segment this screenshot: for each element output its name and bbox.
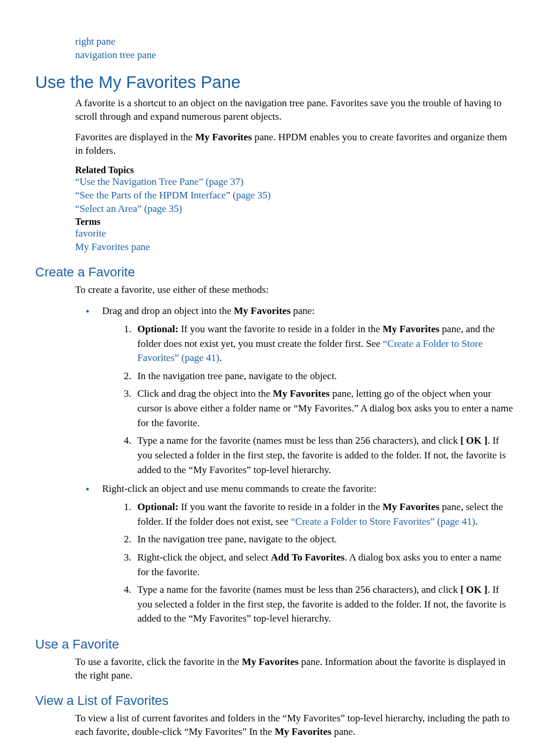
label-terms: Terms bbox=[75, 217, 100, 227]
bold-ok: [ OK ] bbox=[460, 584, 487, 595]
bold-my-favorites: My Favorites bbox=[383, 501, 440, 512]
text: Type a name for the favorite (names must… bbox=[137, 584, 460, 595]
bold-add-to-favorites: Add To Favorites bbox=[271, 552, 345, 563]
bold-optional: Optional: bbox=[137, 501, 178, 512]
text: Right-click the object, and select bbox=[137, 552, 271, 563]
step-optional-create-folder: Optional: If you want the favorite to re… bbox=[134, 322, 513, 366]
text: To use a favorite, click the favorite in… bbox=[75, 656, 242, 667]
bold-my-favorites: My Favorites bbox=[242, 656, 299, 667]
paragraph-use-favorite: To use a favorite, click the favorite in… bbox=[75, 656, 513, 683]
term-favorite[interactable]: favorite bbox=[75, 227, 513, 241]
paragraph-view-list-a: To view a list of current favorites and … bbox=[75, 712, 513, 739]
link-see-parts-hpdm-interface[interactable]: “See the Parts of the HPDM Interface” (p… bbox=[75, 189, 513, 202]
step-add-to-favorites: Right-click the object, and select Add T… bbox=[134, 551, 513, 579]
heading-create-a-favorite: Create a Favorite bbox=[35, 265, 513, 280]
step-type-name-ok-2: Type a name for the favorite (names must… bbox=[134, 583, 513, 626]
bold-my-favorites: My Favorites bbox=[275, 726, 332, 737]
text: pane: bbox=[291, 305, 315, 316]
text: Right-click an object and use menu comma… bbox=[102, 483, 376, 494]
bold-ok: [ OK ] bbox=[460, 435, 487, 446]
term-nav-tree-pane[interactable]: navigation tree pane bbox=[75, 49, 513, 62]
text: If you want the favorite to reside in a … bbox=[178, 501, 383, 512]
bold-my-favorites: My Favorites bbox=[195, 131, 252, 143]
bold-my-favorites: My Favorites bbox=[234, 305, 291, 316]
paragraph-favorite-intro: A favorite is a shortcut to an object on… bbox=[75, 97, 513, 124]
text: If you want the favorite to reside in a … bbox=[178, 323, 383, 335]
bold-my-favorites: My Favorites bbox=[273, 388, 330, 399]
text: pane. bbox=[332, 726, 356, 737]
bullet-right-click: Right-click an object and use menu comma… bbox=[86, 482, 513, 626]
label-related-topics: Related Topics bbox=[75, 165, 134, 175]
link-use-navigation-tree-pane[interactable]: “Use the Navigation Tree Pane” (page 37) bbox=[75, 175, 513, 189]
paragraph-favorites-displayed: Favorites are displayed in the My Favori… bbox=[75, 131, 513, 158]
term-right-pane[interactable]: right pane bbox=[75, 35, 513, 49]
heading-view-list-favorites: View a List of Favorites bbox=[35, 693, 513, 708]
heading-use-a-favorite: Use a Favorite bbox=[35, 637, 513, 652]
link-select-an-area[interactable]: “Select an Area” (page 35) bbox=[75, 202, 513, 216]
text: Type a name for the favorite (names must… bbox=[137, 435, 460, 446]
preceding-terms: right pane navigation tree pane bbox=[75, 35, 513, 62]
heading-use-my-favorites-pane: Use the My Favorites Pane bbox=[35, 73, 513, 92]
step-click-drag: Click and drag the object into the My Fa… bbox=[134, 387, 513, 430]
step-type-name-ok: Type a name for the favorite (names must… bbox=[134, 434, 513, 477]
link-create-folder-favorites[interactable]: “Create a Folder to Store Favorites” (pa… bbox=[291, 516, 475, 527]
text: . bbox=[220, 352, 222, 363]
term-my-favorites-pane[interactable]: My Favorites pane bbox=[75, 241, 513, 254]
text: Favorites are displayed in the bbox=[75, 131, 195, 143]
step-navigate-object: In the navigation tree pane, navigate to… bbox=[134, 369, 513, 384]
bullet-drag-and-drop: Drag and drop an object into the My Favo… bbox=[86, 304, 513, 477]
text: Click and drag the object into the bbox=[137, 388, 273, 399]
text: Drag and drop an object into the bbox=[102, 305, 234, 316]
step-navigate-object-2: In the navigation tree pane, navigate to… bbox=[134, 532, 513, 547]
bold-optional: Optional: bbox=[137, 323, 178, 335]
paragraph-create-intro: To create a favorite, use either of thes… bbox=[75, 283, 513, 297]
text: . bbox=[475, 516, 477, 527]
bold-my-favorites: My Favorites bbox=[383, 323, 440, 335]
step-optional-select-folder: Optional: If you want the favorite to re… bbox=[134, 500, 513, 529]
